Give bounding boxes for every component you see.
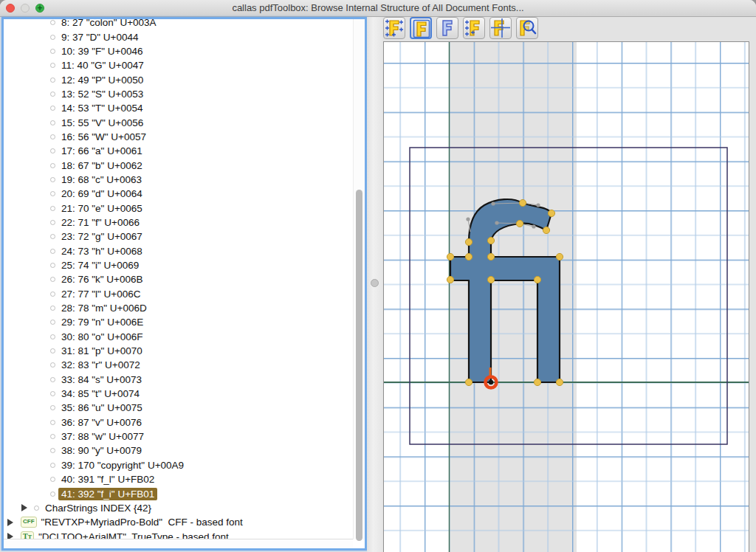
control-point[interactable] [487,253,494,260]
disclosure-triangle-icon[interactable] [7,519,13,526]
glyph-list-item[interactable]: 31: 81 "p" U+0070 [4,344,353,358]
glyph-list-item[interactable]: 40: 391 "f_l" U+FB02 [4,472,353,486]
vertical-scrollbar-thumb[interactable] [356,190,362,541]
control-point[interactable] [519,199,526,206]
glyph-list-item[interactable]: 38: 90 "y" U+0079 [4,444,353,458]
pane-splitter[interactable] [367,17,382,552]
bullet-icon [50,448,55,453]
glyph-view-pane [382,17,756,552]
horizontal-scrollbar-track[interactable] [4,539,353,548]
handle-dot[interactable] [536,203,540,207]
handle-dot[interactable] [466,217,470,221]
control-point[interactable] [447,253,453,260]
font-type-badge: CFF [21,517,37,528]
handle-dot[interactable] [532,224,535,228]
glyph-list-item[interactable]: 11: 40 "G" U+0047 [4,58,353,72]
glyph-list-item[interactable]: 15: 55 "V" U+0056 [4,115,353,129]
bullet-icon [50,191,55,196]
glyph-list-item[interactable]: 12: 49 "P" U+0050 [4,72,353,86]
glyph-list-item[interactable]: 39: 170 "copyright" U+00A9 [4,458,353,472]
glyph-list-item[interactable]: 25: 74 "i" U+0069 [4,258,353,272]
edit-points-button[interactable] [463,17,485,39]
glyph-list-item[interactable]: 26: 76 "k" U+006B [4,272,353,286]
font-tree-item[interactable]: CFF "REVTXP+MyriadPro-Bold" CFF - based … [4,515,353,529]
control-point[interactable] [556,379,563,385]
glyph-editor-canvas[interactable] [383,41,749,552]
control-point[interactable] [447,276,453,283]
bullet-icon [50,362,55,368]
app-window: + callas pdfToolbox: Browse Internal Str… [0,0,756,552]
glyph-list-item[interactable]: 41: 392 "f_i" U+FB01 [4,486,353,500]
index-item-label: CharStrings INDEX {42} [45,503,151,514]
glyph-item-label: 9: 37 "D" U+0044 [61,32,139,43]
glyph-list-item[interactable]: 23: 72 "g" U+0067 [4,230,353,244]
glyph-list-item[interactable]: 33: 84 "s" U+0073 [4,373,353,387]
glyph-item-label: 32: 83 "r" U+0072 [61,359,140,370]
control-point[interactable] [465,238,472,245]
glyph-list-item[interactable]: 30: 80 "o" U+006F [4,330,353,344]
glyph-item-label: 29: 79 "n" U+006E [61,317,143,328]
control-point[interactable] [556,253,563,260]
glyph-list-item[interactable]: 32: 83 "r" U+0072 [4,358,353,372]
glyph-list-item[interactable]: 28: 78 "m" U+006D [4,301,353,315]
zoom-glyph-button[interactable] [516,17,538,39]
show-control-points-button[interactable] [383,17,405,39]
control-point[interactable] [465,253,472,260]
glyph-item-label: 30: 80 "o" U+006F [61,331,143,342]
glyph-item-label: 40: 391 "f_l" U+FB02 [61,474,154,485]
control-point[interactable] [487,276,494,283]
show-guides-button[interactable] [489,17,512,39]
start-point[interactable] [486,377,497,388]
control-point[interactable] [543,227,549,233]
f-outline-box-icon [412,19,431,38]
glyph-list-item[interactable]: 29: 79 "n" U+006E [4,315,353,329]
control-point[interactable] [534,379,540,385]
control-point[interactable] [465,379,472,385]
glyph-list-item[interactable]: 19: 68 "c" U+0063 [4,173,353,187]
handle-dot[interactable] [491,201,495,205]
bullet-icon [50,20,55,25]
control-point[interactable] [548,210,554,216]
glyph-list-item[interactable]: 8: 27 "colon" U+003A [4,15,353,30]
glyph-item-label: 37: 88 "w" U+0077 [61,431,144,442]
glyph-item-label: 26: 76 "k" U+006B [61,274,143,285]
glyph-list-item[interactable]: 14: 53 "T" U+0054 [4,101,353,115]
glyph-item-label: 13: 52 "S" U+0053 [61,89,143,100]
glyph-item-label: 36: 87 "v" U+0076 [61,417,142,428]
show-filled-button[interactable] [436,17,458,39]
glyph-list-item[interactable]: 9: 37 "D" U+0044 [4,30,353,44]
window-title: callas pdfToolbox: Browse Internal Struc… [0,2,756,13]
glyph-list-item[interactable]: 21: 70 "e" U+0065 [4,201,353,215]
control-point[interactable] [487,237,494,244]
glyph-list-item[interactable]: 16: 56 "W" U+0057 [4,130,353,144]
glyph-list-item[interactable]: 37: 88 "w" U+0077 [4,429,353,444]
vertical-scrollbar-track[interactable] [353,19,365,539]
glyph-list-item[interactable]: 36: 87 "v" U+0076 [4,415,353,429]
glyph-list-item[interactable]: 13: 52 "S" U+0053 [4,87,353,101]
glyph-list-item[interactable]: 22: 71 "f" U+0066 [4,215,353,230]
control-point[interactable] [534,276,540,283]
glyph-item-label: 39: 170 "copyright" U+00A9 [61,460,184,471]
glyph-list-item[interactable]: 27: 77 "l" U+006C [4,287,353,301]
show-outline-button[interactable] [410,17,432,39]
bullet-icon [50,334,55,339]
disclosure-triangle-icon[interactable] [21,504,27,511]
glyph-list-item[interactable]: 20: 69 "d" U+0064 [4,187,353,201]
glyph-list-item[interactable]: 18: 67 "b" U+0062 [4,158,353,172]
f-with-points-around-icon [385,18,404,38]
glyph-list-item[interactable]: 17: 66 "a" U+0061 [4,144,353,158]
glyph-item-label: 21: 70 "e" U+0065 [61,203,142,214]
handle-dot[interactable] [495,221,498,224]
control-point[interactable] [516,220,523,227]
bullet-icon [50,77,55,83]
glyph-item-label: 18: 67 "b" U+0062 [61,160,142,171]
bullet-icon [50,177,55,182]
glyph-list-item[interactable]: 35: 86 "u" U+0075 [4,401,353,415]
glyph-list-item[interactable]: 34: 85 "t" U+0074 [4,387,353,401]
glyph-item-label: 20: 69 "d" U+0064 [61,188,142,199]
glyph-list-item[interactable]: 24: 73 "h" U+0068 [4,244,353,258]
glyph-list-item[interactable]: 10: 39 "F" U+0046 [4,44,353,58]
glyph-item-label: 14: 53 "T" U+0054 [61,103,143,114]
charstrings-index-item[interactable]: CharStrings INDEX {42} [4,501,353,515]
glyph-item-label: 11: 40 "G" U+0047 [61,60,144,71]
